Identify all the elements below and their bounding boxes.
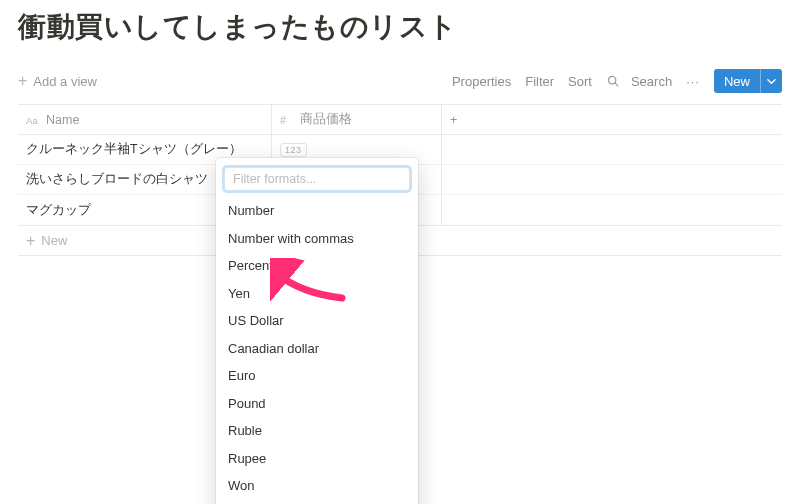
plus-icon: + xyxy=(18,73,27,89)
number-format-badge[interactable]: 123 xyxy=(280,143,307,157)
svg-text:#: # xyxy=(280,113,286,125)
add-column-button[interactable]: + xyxy=(442,105,782,134)
format-option[interactable]: Ruble xyxy=(216,417,418,445)
new-button-label: New xyxy=(714,74,760,89)
add-view-label: Add a view xyxy=(33,74,97,89)
column-header-price[interactable]: # 商品価格 xyxy=(272,105,442,134)
format-filter-input[interactable] xyxy=(224,167,410,191)
properties-button[interactable]: Properties xyxy=(452,74,511,89)
page-title: 衝動買いしてしまったものリスト xyxy=(18,0,782,64)
plus-icon: + xyxy=(26,233,35,249)
more-button[interactable]: ··· xyxy=(686,74,700,89)
title-prop-icon: Aa xyxy=(26,113,40,127)
new-row-label: New xyxy=(41,233,67,248)
column-price-label: 商品価格 xyxy=(300,111,352,128)
column-name-label: Name xyxy=(46,113,79,127)
sort-button[interactable]: Sort xyxy=(568,74,592,89)
table-header: Aa Name # 商品価格 + xyxy=(18,105,782,135)
format-option[interactable]: Rupee xyxy=(216,445,418,473)
number-prop-icon: # xyxy=(280,113,294,127)
format-option[interactable]: Canadian dollar xyxy=(216,335,418,363)
chevron-down-icon xyxy=(767,77,776,86)
format-option[interactable]: US Dollar xyxy=(216,307,418,335)
format-option[interactable]: Pound xyxy=(216,390,418,418)
format-option[interactable]: Yen xyxy=(216,280,418,308)
database-toolbar: + Add a view Properties Filter Sort Sear… xyxy=(18,64,782,98)
svg-text:Aa: Aa xyxy=(26,114,38,125)
format-option[interactable]: Euro xyxy=(216,362,418,390)
number-format-popup: Number Number with commas Percent Yen US… xyxy=(216,158,418,504)
search-icon xyxy=(606,74,620,88)
new-dropdown-button[interactable] xyxy=(760,69,782,93)
cell-empty xyxy=(442,195,782,225)
search-button[interactable]: Search xyxy=(606,74,672,89)
svg-line-1 xyxy=(615,83,618,86)
format-option[interactable]: Number with commas xyxy=(216,225,418,253)
cell-empty xyxy=(442,135,782,164)
column-header-name[interactable]: Aa Name xyxy=(18,105,272,134)
format-option[interactable]: Yuan xyxy=(216,500,418,505)
search-label: Search xyxy=(631,74,672,89)
plus-icon: + xyxy=(450,113,457,127)
format-option[interactable]: Number xyxy=(216,197,418,225)
format-option[interactable]: Percent xyxy=(216,252,418,280)
filter-button[interactable]: Filter xyxy=(525,74,554,89)
cell-empty xyxy=(442,165,782,194)
new-button[interactable]: New xyxy=(714,69,782,93)
add-view-button[interactable]: + Add a view xyxy=(18,73,97,89)
format-option[interactable]: Won xyxy=(216,472,418,500)
